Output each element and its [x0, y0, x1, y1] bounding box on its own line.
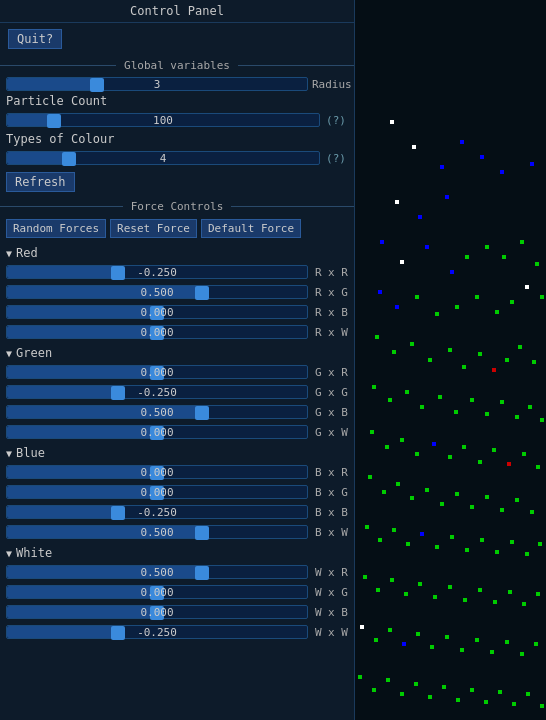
- types-of-colour-row: 4 (?): [0, 148, 354, 168]
- panel-title: Control Panel: [0, 0, 354, 23]
- quit-section: Quit?: [8, 29, 346, 49]
- particle-count-label: Particle Count: [0, 94, 354, 110]
- slider-row-white-2: 0.000 W x B: [0, 602, 354, 622]
- slider-row-red-1: 0.500 R x G: [0, 282, 354, 302]
- particle-count-slider[interactable]: 100: [6, 112, 320, 128]
- refresh-section: Refresh: [0, 168, 354, 196]
- slider-row-white-0: 0.500 W x R: [0, 562, 354, 582]
- control-panel: Control Panel Quit? Global variables 3 R…: [0, 0, 355, 720]
- force-buttons-row: Random Forces Reset Force Default Force: [0, 215, 354, 242]
- force-controls-header: Force Controls: [0, 200, 354, 213]
- reset-force-button[interactable]: Reset Force: [110, 219, 197, 238]
- slider-row-white-3: -0.250 W x W: [0, 622, 354, 642]
- refresh-button[interactable]: Refresh: [6, 172, 75, 192]
- radius-slider[interactable]: 3: [6, 76, 308, 92]
- types-of-colour-label: Types of Colour: [0, 130, 354, 148]
- particle-count-row: 100 (?): [0, 110, 354, 130]
- slider-green-3[interactable]: 0.000: [6, 424, 308, 440]
- slider-blue-1[interactable]: 0.000: [6, 484, 308, 500]
- slider-blue-2[interactable]: -0.250: [6, 504, 308, 520]
- slider-row-white-1: 0.000 W x G: [0, 582, 354, 602]
- color-group-blue: ▼Blue 0.000 B x R 0.000 B x G: [0, 444, 354, 542]
- slider-green-2[interactable]: 0.500: [6, 404, 308, 420]
- slider-blue-3[interactable]: 0.500: [6, 524, 308, 540]
- color-group-green: ▼Green 0.000 G x R -0.250 G x G: [0, 344, 354, 442]
- radius-row: 3 Radius: [0, 74, 354, 94]
- global-variables-header: Global variables: [0, 59, 354, 72]
- slider-red-3[interactable]: 0.000: [6, 324, 308, 340]
- slider-red-0[interactable]: -0.250: [6, 264, 308, 280]
- color-group-red: ▼Red -0.250 R x R 0.500 R x G: [0, 244, 354, 342]
- slider-white-1[interactable]: 0.000: [6, 584, 308, 600]
- slider-red-2[interactable]: 0.000: [6, 304, 308, 320]
- slider-row-green-2: 0.500 G x B: [0, 402, 354, 422]
- color-header-green[interactable]: ▼Green: [0, 344, 354, 362]
- color-header-blue[interactable]: ▼Blue: [0, 444, 354, 462]
- slider-green-1[interactable]: -0.250: [6, 384, 308, 400]
- slider-row-blue-2: -0.250 B x B: [0, 502, 354, 522]
- slider-row-blue-0: 0.000 B x R: [0, 462, 354, 482]
- slider-red-1[interactable]: 0.500: [6, 284, 308, 300]
- slider-white-0[interactable]: 0.500: [6, 564, 308, 580]
- slider-row-blue-1: 0.000 B x G: [0, 482, 354, 502]
- slider-white-3[interactable]: -0.250: [6, 624, 308, 640]
- slider-green-0[interactable]: 0.000: [6, 364, 308, 380]
- quit-button[interactable]: Quit?: [8, 29, 62, 49]
- color-group-white: ▼White 0.500 W x R 0.000 W x G: [0, 544, 354, 642]
- slider-row-blue-3: 0.500 B x W: [0, 522, 354, 542]
- slider-row-red-2: 0.000 R x B: [0, 302, 354, 322]
- slider-white-2[interactable]: 0.000: [6, 604, 308, 620]
- slider-row-green-3: 0.000 G x W: [0, 422, 354, 442]
- slider-row-red-3: 0.000 R x W: [0, 322, 354, 342]
- color-header-red[interactable]: ▼Red: [0, 244, 354, 262]
- slider-row-green-1: -0.250 G x G: [0, 382, 354, 402]
- slider-row-green-0: 0.000 G x R: [0, 362, 354, 382]
- default-force-button[interactable]: Default Force: [201, 219, 301, 238]
- slider-row-red-0: -0.250 R x R: [0, 262, 354, 282]
- color-groups: ▼Red -0.250 R x R 0.500 R x G: [0, 242, 354, 644]
- color-header-white[interactable]: ▼White: [0, 544, 354, 562]
- random-forces-button[interactable]: Random Forces: [6, 219, 106, 238]
- particle-simulation: [355, 0, 546, 720]
- types-of-colour-slider[interactable]: 4: [6, 150, 320, 166]
- slider-blue-0[interactable]: 0.000: [6, 464, 308, 480]
